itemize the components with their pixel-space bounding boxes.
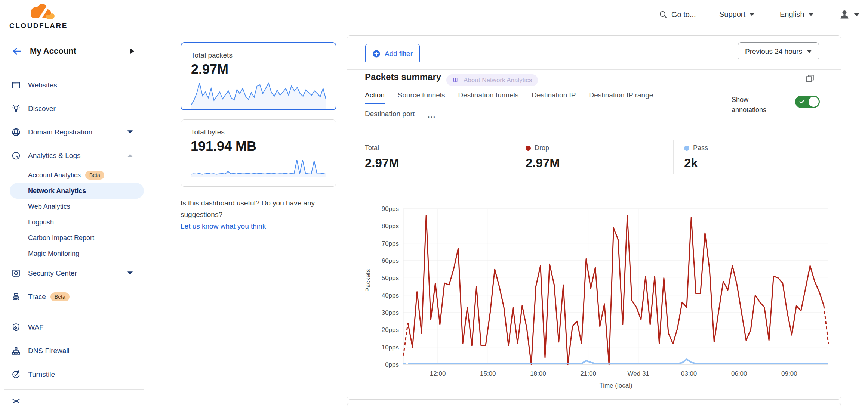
discover-icon <box>11 104 21 114</box>
sidebar-item-label: Network Analytics <box>28 187 86 195</box>
y-tick-label: 70pps <box>382 240 399 247</box>
stat-label-text: Pass <box>693 144 708 152</box>
x-tick-label: 03:00 <box>681 370 697 377</box>
more-tabs-button[interactable]: ... <box>428 110 436 123</box>
legend-dot <box>684 146 689 151</box>
waf-icon <box>11 323 21 332</box>
summary-card-total-bytes[interactable]: Total bytes191.94 MB <box>181 119 336 187</box>
sidebar-item-turnstile[interactable]: Turnstile <box>0 363 144 386</box>
add-filter-button[interactable]: Add filter <box>365 44 420 63</box>
sidebar-item-account-analytics[interactable]: Account AnalyticsBeta <box>0 167 144 183</box>
support-menu[interactable]: Support <box>719 10 755 19</box>
sidebar-item-security-center[interactable]: Security Center <box>0 261 144 285</box>
drop-line <box>408 216 824 365</box>
book-icon <box>452 77 460 84</box>
sidebar-item-analytics-logs[interactable]: Analytics & Logs <box>0 144 144 167</box>
tab-action[interactable]: Action <box>365 91 385 104</box>
summary-card-total-packets[interactable]: Total packets2.97M <box>181 42 336 110</box>
stat-label: Pass <box>684 144 708 152</box>
tab-source-tunnels[interactable]: Source tunnels <box>398 91 445 104</box>
caret-down-icon <box>127 130 133 134</box>
user-account-menu[interactable] <box>839 9 859 20</box>
x-tick-label: 18:00 <box>530 370 546 377</box>
stat-label-text: Drop <box>535 144 549 152</box>
stats-row: Total2.97MDrop2.97MPass2k <box>347 140 841 177</box>
sidebar-item-waf[interactable]: WAF <box>0 316 144 339</box>
caret-down-icon <box>127 271 133 275</box>
y-tick-label: 30pps <box>382 309 399 316</box>
sidebar-item-logpush[interactable]: Logpush <box>0 214 144 230</box>
sidebar-item-trace[interactable]: TraceBeta <box>0 285 144 308</box>
about-network-analytics-pill[interactable]: About Network Analytics <box>446 74 538 86</box>
sidebar-item-network-analytics[interactable]: Network Analytics <box>10 183 144 199</box>
sidebar-divider <box>4 312 144 312</box>
card-title: Total bytes <box>191 128 326 136</box>
cloudflare-logo[interactable]: CLOUDFLARE <box>7 2 70 31</box>
goto-search[interactable]: Go to... <box>659 10 696 19</box>
sidebar-item-websites[interactable]: Websites <box>0 73 144 97</box>
y-tick-label: 90pps <box>382 205 399 212</box>
language-menu[interactable]: English <box>780 10 814 19</box>
show-annotations-toggle[interactable] <box>795 96 820 108</box>
sidebar-item-web-analytics[interactable]: Web Analytics <box>0 199 144 214</box>
tab-destination-ip-range[interactable]: Destination IP range <box>589 91 653 104</box>
beta-badge: Beta <box>85 171 104 180</box>
sidebar-item-label: WAF <box>28 323 44 332</box>
x-tick-label: 12:00 <box>430 370 446 377</box>
pass-line <box>408 359 828 364</box>
sidebar-item-domain-registration[interactable]: Domain Registration <box>0 120 144 144</box>
x-tick-label: 09:00 <box>781 370 797 377</box>
sidebar-divider <box>4 389 144 390</box>
feedback-link[interactable]: Let us know what you think <box>181 222 266 230</box>
back-arrow-icon[interactable] <box>11 46 22 56</box>
show-annotations-label: Show annotations <box>732 95 776 115</box>
sidebar-item-label: Websites <box>28 81 57 89</box>
sidebar-item-magic-monitoring[interactable]: Magic Monitoring <box>0 246 144 261</box>
analytics-icon <box>11 151 21 161</box>
sidebar-item-dns-firewall[interactable]: DNS Firewall <box>0 339 144 363</box>
y-tick-label: 60pps <box>382 257 399 264</box>
sidebar-item-carbon-impact-report[interactable]: Carbon Impact Report <box>0 230 144 246</box>
tab-destination-ip[interactable]: Destination IP <box>532 91 576 104</box>
trace-icon <box>11 292 21 302</box>
top-bar: CLOUDFLARE Go to... Support English <box>0 0 868 33</box>
check-icon <box>799 99 805 104</box>
feedback-question: Is this dashboard useful? Do you have an… <box>181 197 343 220</box>
drop-line-dashed <box>403 323 408 356</box>
chevron-right-icon <box>130 49 134 54</box>
x-tick-label: 15:00 <box>480 370 496 377</box>
sidebar-item-label: Account Analytics <box>28 171 81 179</box>
chart-x-axis-title: Time (local) <box>599 382 632 389</box>
stat-value: 2k <box>684 156 708 170</box>
y-tick-label: 40pps <box>382 292 399 299</box>
sidebar-item-ip-addresses-icon[interactable] <box>0 393 144 407</box>
stat-divider <box>514 140 514 174</box>
sidebar-item-label: DNS Firewall <box>28 347 70 355</box>
drop-line-dashed <box>824 306 828 344</box>
stat-divider <box>673 140 674 174</box>
stat-value: 2.97M <box>365 156 399 170</box>
beta-badge: Beta <box>50 292 70 301</box>
sidebar-item-discover[interactable]: Discover <box>0 97 144 120</box>
tab-destination-port[interactable]: Destination port <box>365 110 415 123</box>
time-range-dropdown[interactable]: Previous 24 hours <box>738 42 819 60</box>
card-value: 191.94 MB <box>191 139 326 154</box>
y-tick-label: 10pps <box>382 344 399 351</box>
tab-destination-tunnels[interactable]: Destination tunnels <box>458 91 519 104</box>
sidebar-item-label: Domain Registration <box>28 128 92 136</box>
expand-panel-icon[interactable] <box>805 73 815 84</box>
brand-wordmark: CLOUDFLARE <box>7 22 70 30</box>
language-label: English <box>780 10 804 19</box>
sidebar-item-label: Magic Monitoring <box>28 250 79 258</box>
sidebar-item-label: Trace <box>28 293 46 301</box>
websites-icon <box>11 80 21 90</box>
card-title: Total packets <box>191 51 326 59</box>
account-header-row[interactable]: My Account <box>0 33 144 69</box>
sidebar-nav: WebsitesDiscoverDomain RegistrationAnaly… <box>0 69 144 407</box>
toggle-knob <box>809 97 819 107</box>
sidebar-item-label: Carbon Impact Report <box>28 234 94 242</box>
stat-label: Drop <box>526 144 560 152</box>
sidebar-item-label: Turnstile <box>28 370 55 379</box>
divider <box>347 69 841 70</box>
search-icon <box>659 10 668 19</box>
